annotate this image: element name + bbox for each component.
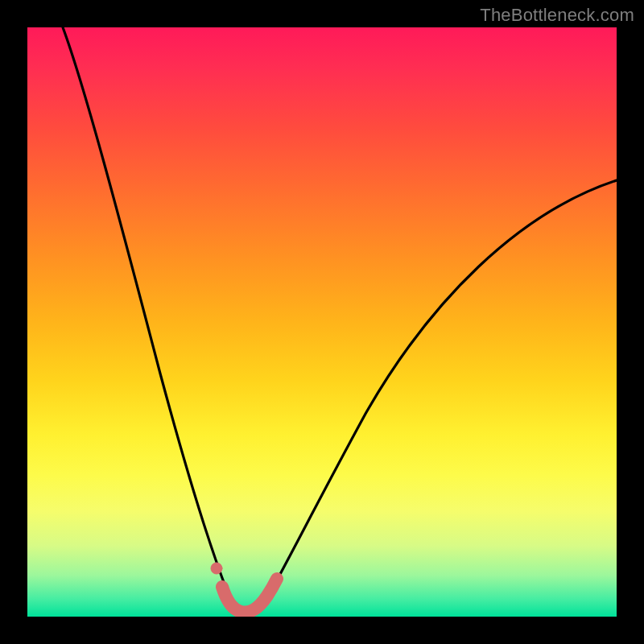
chart-frame: TheBottleneck.com <box>0 0 644 644</box>
bottleneck-curve-svg <box>27 27 617 617</box>
valley-markers <box>211 563 277 612</box>
watermark-text: TheBottleneck.com <box>480 5 634 26</box>
bottleneck-curve <box>63 27 617 614</box>
svg-point-0 <box>211 563 222 574</box>
plot-area <box>27 27 617 617</box>
